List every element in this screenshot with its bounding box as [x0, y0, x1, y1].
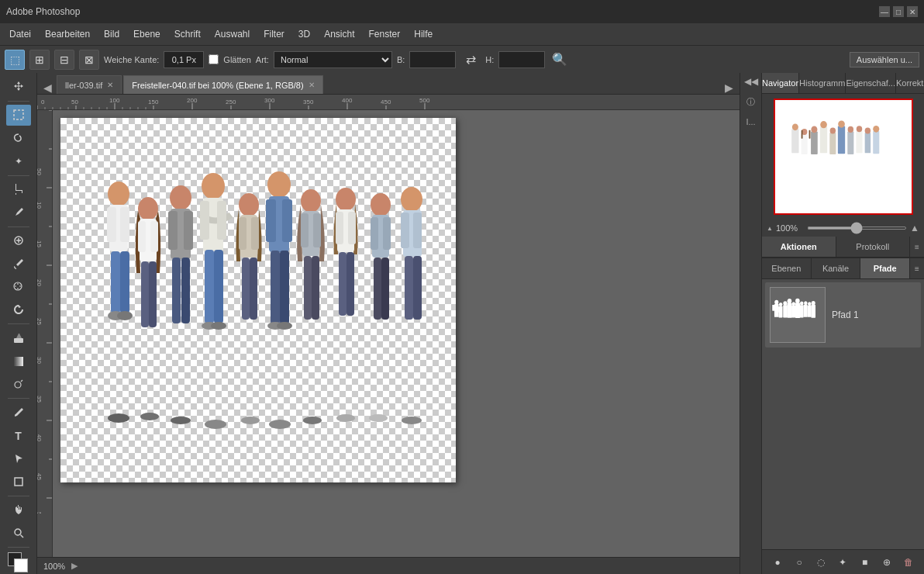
tab-aktionen[interactable]: Aktionen — [762, 237, 836, 257]
pen-tool[interactable] — [6, 402, 31, 424]
svg-point-163 — [838, 120, 845, 127]
path-mask-btn[interactable]: ✦ — [834, 554, 851, 571]
menu-auswahl[interactable]: Auswahl — [209, 26, 256, 42]
tab-protokoll[interactable]: Protokoll — [836, 237, 911, 257]
panel-collapse-bar: ◀◀ ⓘ I... — [740, 73, 761, 574]
search-button[interactable]: 🔍 — [550, 50, 570, 70]
history-brush-tool[interactable] — [6, 299, 31, 321]
maximize-button[interactable]: □ — [893, 6, 904, 17]
svg-rect-90 — [168, 211, 178, 250]
tab-navigator[interactable]: Navigator — [762, 73, 799, 93]
menu-schrift[interactable]: Schrift — [168, 26, 207, 42]
svg-rect-84 — [138, 221, 146, 252]
menu-datei[interactable]: Datei — [3, 26, 37, 42]
type-tool[interactable]: T — [6, 425, 31, 447]
menu-bild[interactable]: Bild — [98, 26, 126, 42]
layers-panel-menu[interactable]: ≡ — [910, 258, 924, 278]
height-input[interactable] — [498, 51, 545, 68]
art-select[interactable]: Normal Fest Fixiertes Seitenverhältnis F… — [274, 51, 392, 68]
marquee-tool[interactable] — [6, 105, 31, 126]
swap-dimensions-button[interactable]: ⇄ — [460, 50, 481, 70]
menu-fenster[interactable]: Fenster — [363, 26, 407, 42]
eyedropper-tool[interactable] — [6, 202, 31, 223]
svg-point-181 — [788, 299, 792, 303]
svg-rect-194 — [811, 305, 815, 318]
svg-rect-87 — [149, 261, 157, 327]
path-selection-tool[interactable] — [6, 448, 31, 469]
path-delete-btn[interactable]: 🗑 — [900, 554, 917, 571]
shape-tool[interactable] — [6, 471, 31, 493]
canvas-container[interactable] — [53, 110, 740, 557]
eraser-tool[interactable] — [6, 327, 31, 349]
weiche-kante-label: Weiche Kante: — [104, 55, 159, 64]
tab-eigenschaften[interactable]: Eigenschaf... — [846, 73, 896, 93]
svg-rect-91 — [184, 211, 193, 250]
tabs-left-arrow[interactable]: ◀ — [40, 81, 55, 94]
auswahl-refine-button[interactable]: Auswählen u... — [850, 52, 919, 67]
menu-ansicht[interactable]: Ansicht — [318, 26, 360, 42]
menu-filter[interactable]: Filter — [257, 26, 291, 42]
svg-rect-180 — [783, 305, 788, 317]
menu-bearbeiten[interactable]: Bearbeiten — [39, 26, 96, 42]
tab2-close[interactable]: ✕ — [309, 81, 315, 89]
glatten-checkbox[interactable] — [209, 54, 219, 64]
menu-3d[interactable]: 3D — [292, 26, 316, 42]
svg-rect-188 — [800, 305, 804, 317]
magic-wand-tool[interactable]: ✦ — [6, 150, 31, 172]
color-swatches[interactable] — [8, 552, 29, 571]
brush-tool[interactable] — [6, 253, 31, 275]
gradient-tool[interactable] — [6, 351, 31, 372]
menu-hilfe[interactable]: Hilfe — [408, 26, 439, 42]
close-button[interactable]: ✕ — [907, 6, 918, 17]
svg-point-157 — [811, 126, 817, 133]
path-selection-btn[interactable]: ◌ — [812, 554, 829, 571]
crop-tool[interactable] — [6, 178, 31, 200]
weiche-kante-input[interactable] — [164, 51, 204, 68]
main-layout: ✦ T — [0, 73, 924, 574]
ruler-top: 0 50 100 150 200 250 300 — [37, 95, 740, 110]
path-stroke-btn[interactable]: ○ — [791, 554, 808, 571]
svg-point-11 — [15, 382, 21, 388]
path-fill-btn[interactable]: ● — [769, 554, 786, 571]
zoom-tool[interactable] — [6, 522, 31, 544]
tab-file2[interactable]: Freisteller-040.tif bei 100% (Ebene 1, R… — [123, 75, 322, 94]
svg-text:50: 50 — [37, 168, 43, 175]
clone-tool[interactable] — [6, 276, 31, 298]
tab-pfade[interactable]: Pfade — [860, 258, 910, 278]
selection-add-button[interactable]: ⊞ — [29, 50, 50, 70]
selection-new-button[interactable]: ⬚ — [5, 50, 25, 70]
svg-text:10: 10 — [37, 202, 43, 209]
tab-histogram[interactable]: Histogramm — [799, 73, 846, 93]
width-input[interactable] — [409, 51, 456, 68]
hand-tool[interactable] — [6, 500, 31, 521]
lasso-tool[interactable] — [6, 127, 31, 149]
tab1-close[interactable]: ✕ — [107, 81, 113, 89]
tab-file1[interactable]: ller-039.tif ✕ — [57, 75, 122, 94]
menu-ebene[interactable]: Ebene — [127, 26, 167, 42]
svg-rect-133 — [381, 258, 389, 320]
svg-rect-173 — [808, 130, 810, 139]
tab-ebenen[interactable]: Ebenen — [762, 258, 812, 278]
healing-tool[interactable] — [6, 230, 31, 252]
dodge-tool[interactable] — [6, 374, 31, 396]
svg-rect-182 — [787, 303, 791, 318]
canvas-wrapper: 0 50 100 150 200 250 300 — [37, 95, 740, 557]
aktionen-panel-menu[interactable]: ≡ — [910, 237, 924, 257]
svg-rect-98 — [205, 250, 214, 323]
move-tool[interactable] — [6, 76, 31, 98]
zoom-slider[interactable] — [807, 226, 907, 230]
minimize-button[interactable]: — — [879, 6, 890, 17]
collapse-panel-btn[interactable]: ◀◀ — [744, 76, 758, 87]
tabs-right-arrow[interactable]: ▶ — [722, 81, 736, 94]
info-extra-btn[interactable]: I... — [743, 113, 760, 130]
path-entry[interactable]: Pfad 1 — [765, 282, 921, 348]
svg-rect-78 — [111, 251, 120, 313]
svg-point-141 — [140, 413, 159, 420]
path-new-btn[interactable]: ■ — [857, 554, 874, 571]
tab-korrekturen[interactable]: Korrekture... — [896, 73, 924, 93]
selection-intersect-button[interactable]: ⊠ — [79, 50, 99, 70]
path-add-btn[interactable]: ⊕ — [878, 554, 895, 571]
info-circle-btn[interactable]: ⓘ — [743, 93, 760, 110]
tab-kanaele[interactable]: Kanäle — [812, 258, 861, 278]
selection-subtract-button[interactable]: ⊟ — [54, 50, 74, 70]
